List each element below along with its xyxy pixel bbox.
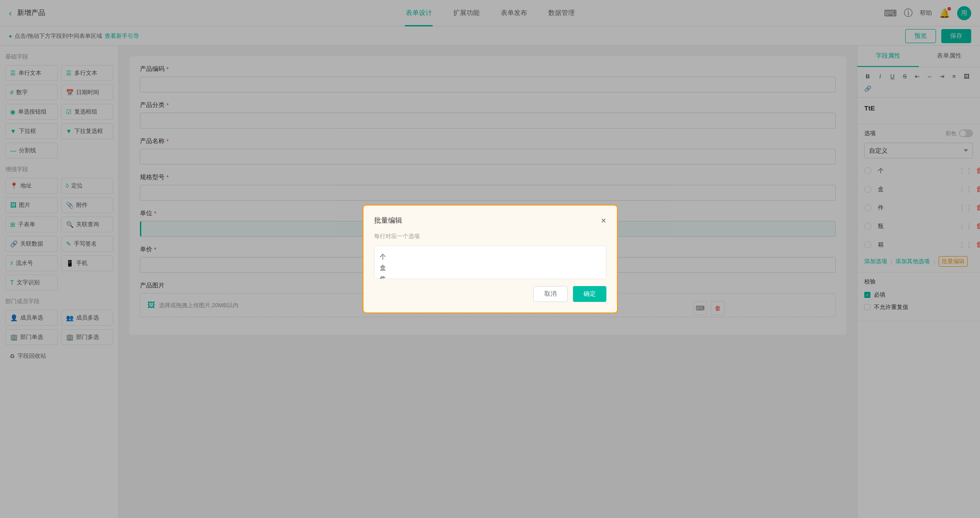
modal-title: 批量编辑	[374, 216, 402, 225]
cancel-button[interactable]: 取消	[533, 286, 568, 302]
batch-edit-modal: 批量编辑 × 每行对应一个选项 个 盒 件 瓶 箱 取消 确定	[363, 205, 618, 313]
modal-close-button[interactable]: ×	[601, 216, 606, 225]
modal-footer: 取消 确定	[374, 286, 606, 302]
modal-overlay[interactable]: 批量编辑 × 每行对应一个选项 个 盒 件 瓶 箱 取消 确定	[0, 0, 980, 518]
modal-header: 批量编辑 ×	[374, 216, 606, 225]
modal-tip: 每行对应一个选项	[374, 232, 606, 240]
confirm-button[interactable]: 确定	[573, 286, 606, 302]
modal-textarea[interactable]: 个 盒 件 瓶 箱	[374, 246, 606, 279]
